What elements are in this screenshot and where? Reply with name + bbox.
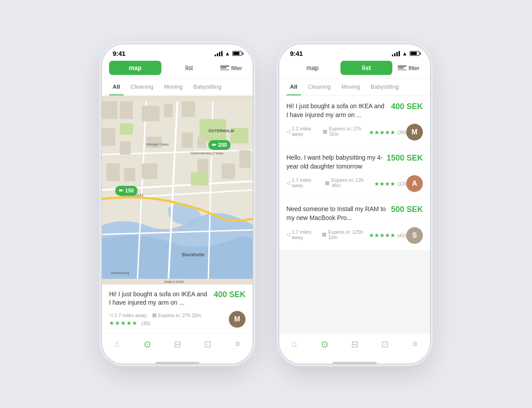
list-item-2-reviews: (12) (397, 181, 406, 186)
map-badge-150[interactable]: ✏ 150 (115, 186, 137, 196)
calendar-icon-2: ▦ (325, 180, 329, 186)
list-item-2-price: 1500 SEK (387, 153, 423, 163)
menu-icon-right: ≡ (412, 339, 418, 349)
filter-icon-right (398, 65, 407, 71)
listing-title-left: Hi! I just bought a sofa on IKEA and I h… (109, 290, 210, 307)
svg-text:Östermalmstorg T-bana: Östermalmstorg T-bana (191, 152, 223, 155)
badge-200-value: 200 (218, 142, 227, 148)
svg-rect-25 (197, 159, 208, 172)
nav-search-right[interactable]: ⊙ (309, 337, 340, 351)
list-item-1-stars: ★★★★★ (369, 129, 395, 136)
signal-icon (215, 51, 223, 56)
signal-icon-right (392, 51, 400, 56)
nav-menu-right[interactable]: ≡ (400, 337, 430, 351)
svg-text:GAMLA STAN: GAMLA STAN (164, 280, 184, 283)
map-area[interactable]: NORRMALM Stockholm Södermalm Hötorget T-… (102, 96, 253, 284)
phone-right: 9:41 ▲ map list (279, 44, 430, 364)
time-left: 9:41 (113, 50, 125, 57)
map-badge-200[interactable]: ✏ 200 (208, 140, 231, 150)
listing-list: Hi! I just bought a sofa on IKEA and I h… (279, 96, 430, 333)
listing-reviews-left: (30) (141, 321, 150, 326)
home-indicator-left (155, 362, 200, 364)
list-item-1-title: Hi! I just bought a sofa on IKEA and I h… (286, 102, 387, 119)
cat-babysitting-right[interactable]: Babysitting (367, 79, 403, 95)
listing-card-left[interactable]: Hi! I just bought a sofa on IKEA and I h… (102, 284, 253, 333)
svg-rect-16 (182, 101, 195, 117)
nav-briefcase-left[interactable]: ⊟ (162, 337, 192, 351)
listing-avatar-left: M (229, 311, 246, 328)
cat-moving-right[interactable]: Moving (338, 79, 364, 95)
nav-home-left[interactable]: ⌂ (102, 337, 132, 351)
listing-distance-left: ◁ 1.7 miles away (109, 312, 147, 318)
tab-map-right[interactable]: map (286, 61, 339, 75)
svg-rect-10 (120, 123, 133, 134)
listing-stars-left: ★★★★★ (109, 320, 138, 326)
list-item-3-stars: ★★★★★ (369, 232, 395, 239)
search-icon-right: ⊙ (321, 339, 329, 349)
svg-rect-22 (106, 163, 120, 181)
list-item-1-distance: ◁ 1.2 miles away (286, 126, 317, 137)
chat-icon-left: ⊡ (204, 339, 211, 349)
svg-rect-18 (120, 141, 131, 154)
calendar-icon-1: ▦ (323, 129, 327, 134)
list-item-1-avatar: M (406, 124, 423, 141)
cat-cleaning-left[interactable]: Cleaning (127, 79, 157, 95)
list-item-3[interactable]: Need someone to Install my RAM to my new… (279, 199, 430, 250)
status-icons-left: ▲ (215, 51, 242, 57)
battery-icon (232, 51, 242, 56)
tab-list-left[interactable]: list (163, 61, 215, 75)
cat-all-left[interactable]: All (109, 79, 124, 95)
chat-icon-right: ⊡ (381, 339, 389, 349)
list-item-2-expires: ▦ Expires in: 12h 46m (325, 177, 369, 188)
location-icon-left: ◁ (109, 312, 113, 318)
filter-btn-right[interactable]: filter (394, 62, 423, 74)
bottom-nav-right: ⌂ ⊙ ⊟ ⊡ ≡ (279, 333, 430, 360)
filter-label-left: filter (231, 65, 242, 71)
bottom-nav-left: ⌂ ⊙ ⊟ ⊡ ≡ (102, 333, 253, 360)
svg-rect-14 (142, 106, 160, 121)
tab-bar-right: map list filter (279, 57, 430, 79)
cat-babysitting-left[interactable]: Babysitting (190, 79, 225, 95)
category-tabs-right: All Cleaning Moving Babysitting (279, 79, 430, 96)
svg-rect-21 (197, 137, 206, 148)
category-tabs-left: All Cleaning Moving Babysitting (102, 79, 253, 96)
filter-label-right: filter (408, 65, 419, 71)
svg-rect-17 (102, 128, 115, 145)
nav-chat-left[interactable]: ⊡ (192, 337, 223, 351)
nav-search-left[interactable]: ⊙ (132, 337, 162, 351)
list-item-2-title: Hello. I want help babysitting my 4-year… (286, 153, 383, 171)
location-icon-1: ◁ (286, 129, 290, 134)
calendar-icon-left: ▦ (152, 312, 156, 318)
nav-briefcase-right[interactable]: ⊟ (340, 337, 370, 351)
filter-icon-left (220, 65, 229, 71)
search-icon-left: ⊙ (144, 339, 151, 349)
wifi-icon: ▲ (225, 51, 230, 57)
list-item-1-price: 400 SEK (391, 102, 423, 111)
nav-menu-left[interactable]: ≡ (223, 337, 253, 351)
list-item-2-distance: ◁ 1.7 miles away (286, 177, 320, 188)
tab-list-right[interactable]: list (340, 61, 393, 75)
calendar-icon-3: ▦ (322, 231, 326, 237)
cat-all-right[interactable]: All (286, 79, 301, 95)
home-indicator-right (332, 362, 377, 364)
svg-text:Stockholm: Stockholm (182, 252, 204, 257)
svg-rect-24 (142, 163, 157, 179)
listing-price-left: 400 SEK (214, 290, 246, 299)
svg-rect-12 (102, 101, 117, 119)
time-right: 9:41 (290, 50, 303, 57)
filter-btn-left[interactable]: filter (217, 62, 246, 74)
svg-rect-19 (146, 137, 162, 148)
wifi-icon-right: ▲ (402, 51, 407, 57)
phone-right-content: map list filter All Cleaning Moving Baby… (279, 57, 430, 364)
nav-chat-right[interactable]: ⊡ (370, 337, 400, 351)
phone-left-content: map list filter All Cleaning Moving Baby… (102, 57, 253, 364)
tab-map-left[interactable]: map (109, 61, 161, 75)
cat-moving-left[interactable]: Moving (160, 79, 186, 95)
svg-rect-23 (124, 168, 135, 181)
cat-cleaning-right[interactable]: Cleaning (305, 79, 334, 95)
list-item-2[interactable]: Hello. I want help babysitting my 4-year… (279, 147, 430, 198)
location-icon-2: ◁ (286, 180, 290, 186)
notch (149, 44, 206, 57)
nav-home-right[interactable]: ⌂ (279, 337, 309, 351)
list-item-1[interactable]: Hi! I just bought a sofa on IKEA and I h… (279, 96, 430, 147)
